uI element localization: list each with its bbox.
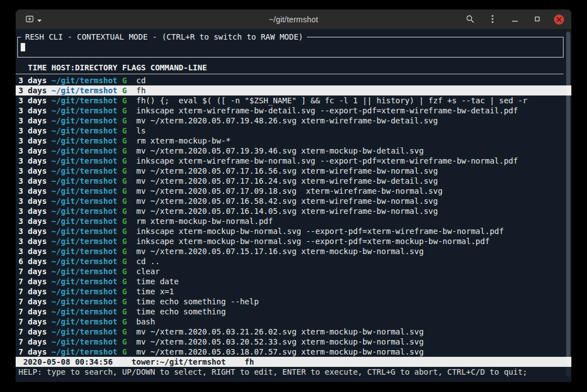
- terminal-screen[interactable]: RESH CLI - CONTEXTUAL MODE - (CTRL+R to …: [16, 30, 571, 381]
- history-row[interactable]: 7 days ~/git/termshot G bash: [16, 317, 571, 327]
- row-time: 6 days: [18, 257, 51, 266]
- row-command: mv ~/xterm.2020.05.03.20.52.33.svg xterm…: [136, 337, 424, 346]
- row-command: time date: [136, 277, 179, 286]
- resh-search-box[interactable]: RESH CLI - CONTEXTUAL MODE - (CTRL+R to …: [17, 37, 564, 58]
- history-row[interactable]: 6 days ~/git/termshot G cd ..: [16, 256, 571, 266]
- history-row[interactable]: 3 days ~/git/termshot G mv ~/xterm.2020.…: [16, 196, 571, 206]
- row-command: rm xterm-mockup-bw-normal.pdf: [136, 217, 273, 226]
- row-time: 7 days: [18, 287, 51, 296]
- history-row[interactable]: 7 days ~/git/termshot G mv ~/xterm.2020.…: [16, 337, 571, 347]
- row-flags: G: [117, 337, 136, 346]
- row-flags: G: [117, 297, 136, 306]
- history-row[interactable]: 3 days ~/git/termshot G mv ~/xterm.2020.…: [16, 176, 571, 186]
- close-button[interactable]: [554, 15, 564, 25]
- row-flags: G: [117, 116, 136, 125]
- row-flags: G: [117, 237, 136, 246]
- row-time: 3 days: [18, 247, 51, 256]
- history-row[interactable]: 3 days ~/git/termshot G inkscape xterm-w…: [16, 106, 571, 116]
- history-row[interactable]: 3 days ~/git/termshot G mv ~/xterm.2020.…: [16, 116, 571, 126]
- row-command: fh: [136, 86, 146, 95]
- row-flags: G: [117, 126, 136, 135]
- row-host: ~/git/termshot: [51, 207, 117, 216]
- row-host: ~/git/termshot: [51, 197, 117, 205]
- row-time: 3 days: [18, 106, 51, 115]
- row-time: 3 days: [18, 136, 51, 145]
- row-flags: G: [117, 106, 136, 115]
- row-time: 3 days: [18, 76, 51, 85]
- row-flags: G: [117, 146, 136, 155]
- history-list: 3 days ~/git/termshot G cd3 days ~/git/t…: [16, 75, 571, 357]
- row-host: ~/git/termshot: [51, 187, 117, 195]
- row-time: 3 days: [18, 176, 51, 185]
- row-host: ~/git/termshot: [51, 106, 117, 115]
- row-flags: G: [117, 287, 136, 296]
- row-time: 3 days: [18, 227, 51, 236]
- row-host: ~/git/termshot: [51, 337, 117, 346]
- menu-button[interactable]: [487, 14, 498, 25]
- minimize-button[interactable]: [509, 14, 520, 25]
- history-row[interactable]: 3 days ~/git/termshot G mv ~/xterm.2020.…: [16, 206, 571, 216]
- row-command: mv ~/xterm.2020.05.07.17.16.24.svg xterm…: [136, 176, 438, 185]
- desktop: ~/git/termshot: [0, 0, 587, 392]
- row-flags: G: [117, 76, 136, 85]
- row-command: cd: [136, 76, 146, 85]
- new-tab-button[interactable]: [21, 12, 46, 27]
- history-row[interactable]: 3 days ~/git/termshot G inkscape xterm-m…: [16, 236, 571, 246]
- history-row[interactable]: 3 days ~/git/termshot G mv ~/xterm.2020.…: [16, 166, 571, 176]
- history-row[interactable]: 3 days ~/git/termshot G fh: [16, 85, 571, 95]
- scrollbar[interactable]: [566, 31, 571, 377]
- row-flags: G: [117, 267, 136, 276]
- scrollbar-thumb[interactable]: [566, 32, 570, 364]
- row-flags: G: [117, 217, 136, 226]
- row-time: 3 days: [18, 126, 51, 135]
- row-flags: G: [117, 277, 136, 286]
- kebab-menu-icon: [491, 15, 494, 25]
- history-row[interactable]: 7 days ~/git/termshot G mv ~/xterm.2020.…: [16, 327, 571, 337]
- row-time: 3 days: [18, 197, 51, 205]
- history-row[interactable]: 3 days ~/git/termshot G inkscape xterm-m…: [16, 226, 571, 236]
- row-time: 7 days: [18, 337, 51, 346]
- history-row[interactable]: 7 days ~/git/termshot G time x=1: [16, 286, 571, 297]
- history-row[interactable]: 3 days ~/git/termshot G fh() {; eval $( …: [16, 95, 571, 106]
- row-command: bash: [136, 317, 155, 326]
- search-button[interactable]: [465, 14, 476, 25]
- row-host: ~/git/termshot: [51, 247, 117, 256]
- history-row[interactable]: 3 days ~/git/termshot G mv ~/xterm.2020.…: [16, 146, 571, 156]
- history-row[interactable]: 3 days ~/git/termshot G rm xterm-mockup-…: [16, 136, 571, 146]
- history-row[interactable]: 3 days ~/git/termshot G mv ~/xterm.2020.…: [16, 246, 571, 256]
- row-command: mv ~/xterm.2020.05.07.15.17.16.svg xterm…: [136, 247, 424, 256]
- row-time: 3 days: [18, 217, 51, 226]
- row-host: ~/git/termshot: [51, 86, 117, 95]
- history-row[interactable]: 3 days ~/git/termshot G inkscape xterm-w…: [16, 156, 571, 166]
- resh-mode-title: RESH CLI - CONTEXTUAL MODE - (CTRL+R to …: [21, 32, 307, 42]
- row-time: 7 days: [18, 267, 51, 276]
- row-flags: G: [117, 227, 136, 236]
- row-command: mv ~/xterm.2020.05.03.21.26.02.svg xterm…: [136, 327, 424, 336]
- row-command: mv ~/xterm.2020.05.07.17.16.56.svg xterm…: [136, 166, 438, 175]
- restore-button[interactable]: [532, 14, 543, 25]
- history-row[interactable]: 7 days ~/git/termshot G time echo someth…: [16, 307, 571, 317]
- history-row[interactable]: 7 days ~/git/termshot G clear: [16, 266, 571, 276]
- row-host: ~/git/termshot: [51, 146, 117, 155]
- row-host: ~/git/termshot: [51, 96, 117, 105]
- search-icon: [466, 15, 475, 25]
- row-time: 3 days: [18, 96, 51, 105]
- row-flags: G: [117, 327, 136, 336]
- row-host: ~/git/termshot: [51, 227, 117, 236]
- history-row[interactable]: 3 days ~/git/termshot G mv ~/xterm.2020.…: [16, 186, 571, 196]
- row-host: ~/git/termshot: [51, 126, 117, 135]
- history-row[interactable]: 7 days ~/git/termshot G mv ~/xterm.2020.…: [16, 347, 571, 357]
- text-cursor: [21, 43, 25, 51]
- history-row[interactable]: 3 days ~/git/termshot G rm xterm-mockup-…: [16, 216, 571, 226]
- history-row[interactable]: 3 days ~/git/termshot G ls: [16, 126, 571, 136]
- row-command: clear: [136, 267, 160, 276]
- row-host: ~/git/termshot: [51, 166, 117, 175]
- history-row[interactable]: 3 days ~/git/termshot G cd: [16, 75, 571, 85]
- history-row[interactable]: 7 days ~/git/termshot G time echo someth…: [16, 297, 571, 307]
- row-flags: G: [117, 136, 136, 145]
- row-time: 7 days: [18, 317, 51, 326]
- row-flags: G: [117, 307, 136, 316]
- row-flags: G: [117, 197, 136, 205]
- history-row[interactable]: 7 days ~/git/termshot G time date: [16, 276, 571, 286]
- row-command: time echo something --help: [136, 297, 259, 306]
